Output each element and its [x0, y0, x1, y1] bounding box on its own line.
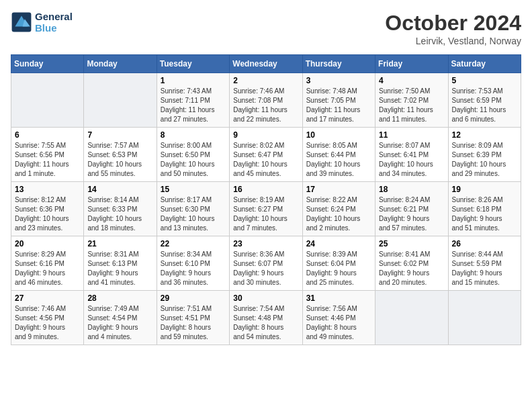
- week-row-2: 6Sunrise: 7:55 AM Sunset: 6:56 PM Daylig…: [11, 128, 521, 182]
- day-info: Sunrise: 8:31 AM Sunset: 6:13 PM Dayligh…: [87, 250, 152, 287]
- calendar-cell: 19Sunrise: 8:26 AM Sunset: 6:18 PM Dayli…: [448, 182, 521, 236]
- day-number: 16: [233, 185, 298, 194]
- calendar-cell: 24Sunrise: 8:39 AM Sunset: 6:04 PM Dayli…: [302, 236, 375, 291]
- calendar-cell: 18Sunrise: 8:24 AM Sunset: 6:21 PM Dayli…: [375, 182, 448, 236]
- location: Leirvik, Vestland, Norway: [385, 36, 521, 46]
- calendar-cell: 28Sunrise: 7:49 AM Sunset: 4:54 PM Dayli…: [84, 291, 157, 345]
- day-number: 20: [15, 239, 80, 248]
- day-number: 31: [306, 293, 371, 303]
- day-info: Sunrise: 8:22 AM Sunset: 6:24 PM Dayligh…: [306, 195, 371, 233]
- day-number: 21: [87, 239, 152, 248]
- calendar-cell: 1Sunrise: 7:43 AM Sunset: 7:11 PM Daylig…: [157, 73, 229, 128]
- calendar-cell: 4Sunrise: 7:50 AM Sunset: 7:02 PM Daylig…: [375, 73, 448, 128]
- calendar-cell: 15Sunrise: 8:17 AM Sunset: 6:30 PM Dayli…: [157, 182, 229, 236]
- day-info: Sunrise: 8:14 AM Sunset: 6:33 PM Dayligh…: [87, 195, 152, 233]
- week-row-1: 1Sunrise: 7:43 AM Sunset: 7:11 PM Daylig…: [11, 73, 521, 128]
- day-number: 3: [306, 76, 371, 85]
- day-info: Sunrise: 8:29 AM Sunset: 6:16 PM Dayligh…: [15, 250, 80, 287]
- logo: General Blue: [11, 11, 73, 34]
- calendar-cell: 2Sunrise: 7:46 AM Sunset: 7:08 PM Daylig…: [230, 73, 302, 128]
- day-info: Sunrise: 8:17 AM Sunset: 6:30 PM Dayligh…: [161, 195, 226, 233]
- day-info: Sunrise: 8:41 AM Sunset: 6:02 PM Dayligh…: [379, 250, 444, 287]
- day-number: 2: [233, 76, 298, 85]
- calendar-cell: [11, 73, 84, 128]
- day-info: Sunrise: 8:02 AM Sunset: 6:47 PM Dayligh…: [233, 141, 298, 179]
- day-info: Sunrise: 7:53 AM Sunset: 6:59 PM Dayligh…: [452, 87, 517, 124]
- day-number: 11: [379, 130, 444, 140]
- day-info: Sunrise: 7:56 AM Sunset: 4:46 PM Dayligh…: [306, 304, 371, 342]
- calendar-cell: 22Sunrise: 8:34 AM Sunset: 6:10 PM Dayli…: [157, 236, 229, 291]
- weekday-header-wednesday: Wednesday: [230, 55, 302, 73]
- calendar-cell: 31Sunrise: 7:56 AM Sunset: 4:46 PM Dayli…: [302, 291, 375, 345]
- day-info: Sunrise: 7:46 AM Sunset: 7:08 PM Dayligh…: [233, 87, 298, 124]
- day-number: 27: [15, 293, 80, 303]
- day-number: 4: [379, 76, 444, 85]
- day-info: Sunrise: 7:51 AM Sunset: 4:51 PM Dayligh…: [161, 304, 226, 342]
- day-number: 9: [233, 130, 298, 140]
- calendar-cell: 17Sunrise: 8:22 AM Sunset: 6:24 PM Dayli…: [302, 182, 375, 236]
- weekday-header-tuesday: Tuesday: [157, 55, 229, 73]
- day-number: 29: [161, 293, 226, 303]
- calendar-cell: 10Sunrise: 8:05 AM Sunset: 6:44 PM Dayli…: [302, 128, 375, 182]
- day-info: Sunrise: 7:50 AM Sunset: 7:02 PM Dayligh…: [379, 87, 444, 124]
- day-info: Sunrise: 8:09 AM Sunset: 6:39 PM Dayligh…: [452, 141, 517, 179]
- day-number: 10: [306, 130, 371, 140]
- calendar-cell: 23Sunrise: 8:36 AM Sunset: 6:07 PM Dayli…: [230, 236, 302, 291]
- day-info: Sunrise: 7:43 AM Sunset: 7:11 PM Dayligh…: [161, 87, 226, 124]
- day-info: Sunrise: 8:39 AM Sunset: 6:04 PM Dayligh…: [306, 250, 371, 287]
- day-number: 24: [306, 239, 371, 248]
- day-info: Sunrise: 8:36 AM Sunset: 6:07 PM Dayligh…: [233, 250, 298, 287]
- day-number: 30: [233, 293, 298, 303]
- calendar-cell: 29Sunrise: 7:51 AM Sunset: 4:51 PM Dayli…: [157, 291, 229, 345]
- calendar-cell: 6Sunrise: 7:55 AM Sunset: 6:56 PM Daylig…: [11, 128, 84, 182]
- logo-text: General Blue: [35, 11, 73, 34]
- day-number: 13: [15, 185, 80, 194]
- calendar-cell: 27Sunrise: 7:46 AM Sunset: 4:56 PM Dayli…: [11, 291, 84, 345]
- day-info: Sunrise: 7:57 AM Sunset: 6:53 PM Dayligh…: [87, 141, 152, 179]
- day-number: 14: [87, 185, 152, 194]
- day-number: 7: [87, 130, 152, 140]
- calendar-cell: 3Sunrise: 7:48 AM Sunset: 7:05 PM Daylig…: [302, 73, 375, 128]
- day-info: Sunrise: 7:49 AM Sunset: 4:54 PM Dayligh…: [87, 304, 152, 342]
- day-number: 17: [306, 185, 371, 194]
- day-info: Sunrise: 8:19 AM Sunset: 6:27 PM Dayligh…: [233, 195, 298, 233]
- weekday-header-monday: Monday: [84, 55, 157, 73]
- calendar-cell: 8Sunrise: 8:00 AM Sunset: 6:50 PM Daylig…: [157, 128, 229, 182]
- calendar-cell: 14Sunrise: 8:14 AM Sunset: 6:33 PM Dayli…: [84, 182, 157, 236]
- day-number: 25: [379, 239, 444, 248]
- calendar-cell: 21Sunrise: 8:31 AM Sunset: 6:13 PM Dayli…: [84, 236, 157, 291]
- day-info: Sunrise: 8:24 AM Sunset: 6:21 PM Dayligh…: [379, 195, 444, 233]
- day-info: Sunrise: 7:55 AM Sunset: 6:56 PM Dayligh…: [15, 141, 80, 179]
- calendar-cell: 20Sunrise: 8:29 AM Sunset: 6:16 PM Dayli…: [11, 236, 84, 291]
- weekday-header-thursday: Thursday: [302, 55, 375, 73]
- day-number: 26: [452, 239, 517, 248]
- calendar-cell: [84, 73, 157, 128]
- calendar-cell: 26Sunrise: 8:44 AM Sunset: 5:59 PM Dayli…: [448, 236, 521, 291]
- day-number: 15: [161, 185, 226, 194]
- calendar-cell: [448, 291, 521, 345]
- weekday-header-sunday: Sunday: [11, 55, 84, 73]
- calendar-cell: 25Sunrise: 8:41 AM Sunset: 6:02 PM Dayli…: [375, 236, 448, 291]
- day-number: 5: [452, 76, 517, 85]
- day-number: 23: [233, 239, 298, 248]
- calendar-cell: 16Sunrise: 8:19 AM Sunset: 6:27 PM Dayli…: [230, 182, 302, 236]
- day-number: 22: [161, 239, 226, 248]
- month-title: October 2024: [385, 11, 521, 36]
- calendar-cell: 5Sunrise: 7:53 AM Sunset: 6:59 PM Daylig…: [448, 73, 521, 128]
- day-info: Sunrise: 8:44 AM Sunset: 5:59 PM Dayligh…: [452, 250, 517, 287]
- week-row-4: 20Sunrise: 8:29 AM Sunset: 6:16 PM Dayli…: [11, 236, 521, 291]
- day-info: Sunrise: 8:26 AM Sunset: 6:18 PM Dayligh…: [452, 195, 517, 233]
- day-number: 6: [15, 130, 80, 140]
- calendar-cell: 9Sunrise: 8:02 AM Sunset: 6:47 PM Daylig…: [230, 128, 302, 182]
- day-info: Sunrise: 8:05 AM Sunset: 6:44 PM Dayligh…: [306, 141, 371, 179]
- week-row-3: 13Sunrise: 8:12 AM Sunset: 6:36 PM Dayli…: [11, 182, 521, 236]
- day-info: Sunrise: 8:07 AM Sunset: 6:41 PM Dayligh…: [379, 141, 444, 179]
- day-number: 12: [452, 130, 517, 140]
- day-info: Sunrise: 7:54 AM Sunset: 4:48 PM Dayligh…: [233, 304, 298, 342]
- weekday-header-row: SundayMondayTuesdayWednesdayThursdayFrid…: [11, 55, 521, 73]
- weekday-header-friday: Friday: [375, 55, 448, 73]
- day-number: 8: [161, 130, 226, 140]
- day-info: Sunrise: 8:12 AM Sunset: 6:36 PM Dayligh…: [15, 195, 80, 233]
- week-row-5: 27Sunrise: 7:46 AM Sunset: 4:56 PM Dayli…: [11, 291, 521, 345]
- calendar-cell: [375, 291, 448, 345]
